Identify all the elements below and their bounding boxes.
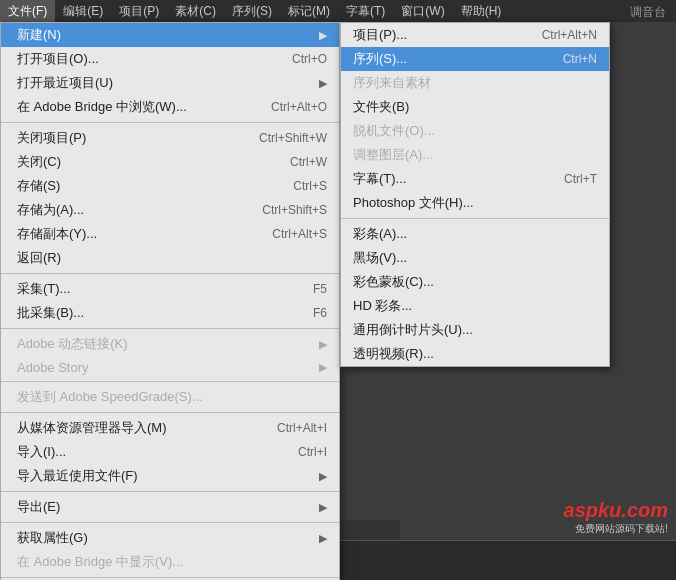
menu-item-revert[interactable]: 返回(R): [1, 246, 339, 270]
watermark-area: aspku.com 免费网站源码下载站!: [564, 499, 668, 536]
menu-item-close[interactable]: 关闭(C) Ctrl+W: [1, 150, 339, 174]
menu-item-import-recent[interactable]: 导入最近使用文件(F) ▶: [1, 464, 339, 488]
menu-item-export-arrow: ▶: [319, 501, 327, 514]
menu-item-bridge-browse-shortcut: Ctrl+Alt+O: [271, 100, 327, 114]
menu-item-save-as-shortcut: Ctrl+Shift+S: [262, 203, 327, 217]
menu-bar: 文件(F) 编辑(E) 项目(P) 素材(C) 序列(S) 标记(M) 字幕(T…: [0, 0, 676, 22]
new-submenu-item-color-matte[interactable]: 彩色蒙板(C)...: [341, 270, 609, 294]
menu-item-close-project-shortcut: Ctrl+Shift+W: [259, 131, 327, 145]
menubar-item-subtitle[interactable]: 字幕(T): [338, 0, 393, 22]
menu-item-save-as[interactable]: 存储为(A)... Ctrl+Shift+S: [1, 198, 339, 222]
new-submenu-item-sequence[interactable]: 序列(S)... Ctrl+N: [341, 47, 609, 71]
new-submenu-item-title[interactable]: 字幕(T)... Ctrl+T: [341, 167, 609, 191]
menu-item-recent-project[interactable]: 打开最近项目(U) ▶: [1, 71, 339, 95]
new-submenu-item-color-matte-label: 彩色蒙板(C)...: [353, 273, 434, 291]
new-submenu-item-adjustment[interactable]: 调整图层(A)...: [341, 143, 609, 167]
divider-2: [1, 273, 339, 274]
menu-item-get-properties-label: 获取属性(G): [17, 529, 88, 547]
divider-4: [1, 381, 339, 382]
aspku-subtitle: 免费网站源码下载站!: [564, 522, 668, 536]
menu-item-speedgrade[interactable]: 发送到 Adobe SpeedGrade(S)...: [1, 385, 339, 409]
new-submenu-item-sequence-shortcut: Ctrl+N: [563, 52, 597, 66]
new-submenu-item-countdown-label: 通用倒计时片头(U)...: [353, 321, 473, 339]
menubar-item-file[interactable]: 文件(F): [0, 0, 55, 22]
new-submenu-item-photoshop[interactable]: Photoshop 文件(H)...: [341, 191, 609, 215]
menu-item-capture[interactable]: 采集(T)... F5: [1, 277, 339, 301]
menu-item-import-media-label: 从媒体资源管理器导入(M): [17, 419, 167, 437]
new-submenu-divider: [341, 218, 609, 219]
divider-5: [1, 412, 339, 413]
new-submenu-item-from-clip-label: 序列来自素材: [353, 74, 431, 92]
new-submenu-item-photoshop-label: Photoshop 文件(H)...: [353, 194, 474, 212]
menu-item-new-label: 新建(N): [17, 26, 61, 44]
aspku-logo: aspku.com: [564, 499, 668, 522]
menu-item-new[interactable]: 新建(N) ▶: [1, 23, 339, 47]
menu-item-recent-arrow: ▶: [319, 77, 327, 90]
menu-item-import-label: 导入(I)...: [17, 443, 66, 461]
menu-item-save-copy-shortcut: Ctrl+Alt+S: [272, 227, 327, 241]
menu-item-open-project-shortcut: Ctrl+O: [292, 52, 327, 66]
menu-item-close-project-label: 关闭项目(P): [17, 129, 86, 147]
menu-item-export[interactable]: 导出(E) ▶: [1, 495, 339, 519]
menu-item-import[interactable]: 导入(I)... Ctrl+I: [1, 440, 339, 464]
menu-item-bridge-browse[interactable]: 在 Adobe Bridge 中浏览(W)... Ctrl+Alt+O: [1, 95, 339, 119]
divider-6: [1, 491, 339, 492]
new-submenu-item-project[interactable]: 项目(P)... Ctrl+Alt+N: [341, 23, 609, 47]
menubar-item-edit[interactable]: 编辑(E): [55, 0, 111, 22]
menu-item-save[interactable]: 存储(S) Ctrl+S: [1, 174, 339, 198]
menubar-item-project[interactable]: 项目(P): [111, 0, 167, 22]
menu-item-save-copy-label: 存储副本(Y)...: [17, 225, 97, 243]
menu-item-save-copy[interactable]: 存储副本(Y)... Ctrl+Alt+S: [1, 222, 339, 246]
menu-item-batch-capture-label: 批采集(B)...: [17, 304, 84, 322]
tuning-label: 调音台: [630, 4, 666, 21]
new-submenu-item-from-clip[interactable]: 序列来自素材: [341, 71, 609, 95]
menu-item-bridge-browse-label: 在 Adobe Bridge 中浏览(W)...: [17, 98, 187, 116]
new-submenu-item-transparent-label: 透明视频(R)...: [353, 345, 434, 363]
new-submenu-item-project-shortcut: Ctrl+Alt+N: [542, 28, 597, 42]
menu-item-get-properties[interactable]: 获取属性(G) ▶: [1, 526, 339, 550]
new-submenu: 项目(P)... Ctrl+Alt+N 序列(S)... Ctrl+N 序列来自…: [340, 22, 610, 367]
menu-item-import-shortcut: Ctrl+I: [298, 445, 327, 459]
menu-item-recent-project-label: 打开最近项目(U): [17, 74, 113, 92]
menu-item-bridge-reveal[interactable]: 在 Adobe Bridge 中显示(V)...: [1, 550, 339, 574]
new-submenu-item-title-shortcut: Ctrl+T: [564, 172, 597, 186]
menu-item-open-project[interactable]: 打开项目(O)... Ctrl+O: [1, 47, 339, 71]
new-submenu-item-black[interactable]: 黑场(V)...: [341, 246, 609, 270]
new-submenu-item-countdown[interactable]: 通用倒计时片头(U)...: [341, 318, 609, 342]
menu-item-adobe-story[interactable]: Adobe Story ▶: [1, 356, 339, 378]
menu-item-dynamic-link-arrow: ▶: [319, 338, 327, 351]
new-submenu-item-bars-label: 彩条(A)...: [353, 225, 407, 243]
menu-item-get-properties-arrow: ▶: [319, 532, 327, 545]
menu-item-export-label: 导出(E): [17, 498, 60, 516]
menu-item-bridge-reveal-label: 在 Adobe Bridge 中显示(V)...: [17, 553, 183, 571]
menu-item-batch-capture[interactable]: 批采集(B)... F6: [1, 301, 339, 325]
menu-item-import-recent-label: 导入最近使用文件(F): [17, 467, 138, 485]
new-submenu-item-black-label: 黑场(V)...: [353, 249, 407, 267]
menubar-item-material[interactable]: 素材(C): [167, 0, 224, 22]
menu-item-open-project-label: 打开项目(O)...: [17, 50, 99, 68]
menubar-item-sequence[interactable]: 序列(S): [224, 0, 280, 22]
new-submenu-item-bin[interactable]: 文件夹(B): [341, 95, 609, 119]
menu-item-adobe-story-arrow: ▶: [319, 361, 327, 374]
file-dropdown-menu: 新建(N) ▶ 打开项目(O)... Ctrl+O 打开最近项目(U) ▶ 在 …: [0, 22, 340, 580]
menubar-item-mark[interactable]: 标记(M): [280, 0, 338, 22]
new-submenu-item-bars[interactable]: 彩条(A)...: [341, 222, 609, 246]
menu-item-new-arrow: ▶: [319, 29, 327, 42]
new-submenu-item-offline[interactable]: 脱机文件(O)...: [341, 119, 609, 143]
new-submenu-item-hd-bars-label: HD 彩条...: [353, 297, 412, 315]
menu-item-close-project[interactable]: 关闭项目(P) Ctrl+Shift+W: [1, 126, 339, 150]
new-submenu-item-offline-label: 脱机文件(O)...: [353, 122, 435, 140]
new-submenu-item-title-label: 字幕(T)...: [353, 170, 406, 188]
new-submenu-item-hd-bars[interactable]: HD 彩条...: [341, 294, 609, 318]
new-submenu-item-bin-label: 文件夹(B): [353, 98, 409, 116]
menu-item-dynamic-link[interactable]: Adobe 动态链接(K) ▶: [1, 332, 339, 356]
menu-item-close-label: 关闭(C): [17, 153, 61, 171]
menubar-item-help[interactable]: 帮助(H): [453, 0, 510, 22]
menu-item-save-label: 存储(S): [17, 177, 60, 195]
menu-item-capture-label: 采集(T)...: [17, 280, 70, 298]
menubar-item-window[interactable]: 窗口(W): [393, 0, 452, 22]
new-submenu-item-adjustment-label: 调整图层(A)...: [353, 146, 433, 164]
new-submenu-item-transparent[interactable]: 透明视频(R)...: [341, 342, 609, 366]
menu-item-save-shortcut: Ctrl+S: [293, 179, 327, 193]
menu-item-import-media[interactable]: 从媒体资源管理器导入(M) Ctrl+Alt+I: [1, 416, 339, 440]
